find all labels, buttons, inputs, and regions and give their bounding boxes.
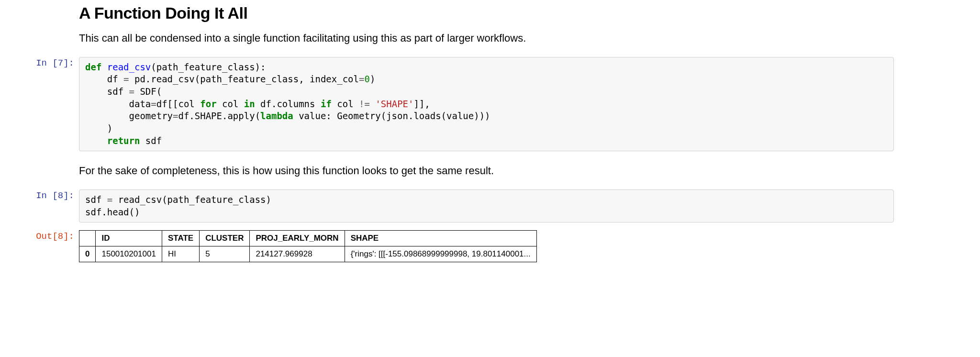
code-text: data xyxy=(85,99,151,109)
table-row: 0 150010201001 HI 5 214127.969928 {'ring… xyxy=(79,246,537,262)
output-cell-8: Out[8]: ID STATE CLUSTER PROJ_EARLY_MORN… xyxy=(0,228,980,262)
number-literal: 0 xyxy=(364,74,369,84)
row-index: 0 xyxy=(79,246,96,262)
table-header: PROJ_EARLY_MORN xyxy=(250,231,345,246)
operator: = xyxy=(173,111,178,121)
code-text: sdf xyxy=(85,86,129,97)
keyword-def: def xyxy=(85,62,101,72)
table-cell: 150010201001 xyxy=(96,246,162,262)
operator: = xyxy=(129,86,134,97)
input-prompt: In [8]: xyxy=(0,188,79,228)
code-cell-8: In [8]: sdf = read_csv(path_feature_clas… xyxy=(0,188,980,228)
code-text: ) xyxy=(370,74,375,84)
paragraph: For the sake of completeness, this is ho… xyxy=(79,164,894,178)
table-cell: {'rings': [[[-155.09868999999998, 19.801… xyxy=(345,246,536,262)
code-text: ) xyxy=(85,123,112,134)
code-text: df xyxy=(85,74,123,84)
code-text: df.SHAPE.apply( xyxy=(178,111,260,121)
table-header: STATE xyxy=(162,231,199,246)
code-text: sdf xyxy=(140,135,162,146)
code-text: sdf.head() xyxy=(85,207,140,217)
paragraph: This can all be condensed into a single … xyxy=(79,31,894,45)
operator: = xyxy=(107,194,112,205)
code-text: sdf xyxy=(85,194,107,205)
table-cell: 214127.969928 xyxy=(250,246,345,262)
section-heading: A Function Doing It All xyxy=(79,4,894,22)
code-text: col xyxy=(332,99,359,109)
code-text: SDF( xyxy=(134,86,162,97)
operator: = xyxy=(123,74,129,84)
keyword-lambda: lambda xyxy=(260,111,293,121)
input-prompt: In [7]: xyxy=(0,55,79,157)
table-header xyxy=(79,231,96,246)
table-header: ID xyxy=(96,231,162,246)
code-text: ]], xyxy=(413,99,430,109)
operator: != xyxy=(359,99,370,109)
code-input-area[interactable]: sdf = read_csv(path_feature_class) sdf.h… xyxy=(79,190,894,223)
code-text: read_csv(path_feature_class) xyxy=(112,194,271,205)
code-text: (path_feature_class): xyxy=(151,62,266,72)
table-header: SHAPE xyxy=(345,231,536,246)
code-text: df.columns xyxy=(255,99,321,109)
code-text: col xyxy=(217,99,244,109)
code-text: df[[col xyxy=(156,99,200,109)
keyword-return: return xyxy=(85,135,140,146)
table-header-row: ID STATE CLUSTER PROJ_EARLY_MORN SHAPE xyxy=(79,231,537,246)
keyword-for: for xyxy=(200,99,216,109)
operator: = xyxy=(359,74,364,84)
table-header: CLUSTER xyxy=(200,231,250,246)
table-cell: HI xyxy=(162,246,199,262)
markdown-cell: For the sake of completeness, this is ho… xyxy=(0,164,980,178)
keyword-in: in xyxy=(244,99,255,109)
output-dataframe-table: ID STATE CLUSTER PROJ_EARLY_MORN SHAPE 0… xyxy=(79,230,537,262)
notebook-container: A Function Doing It All This can all be … xyxy=(0,4,980,262)
table-cell: 5 xyxy=(200,246,250,262)
operator: = xyxy=(151,99,156,109)
code-cell-7: In [7]: def read_csv(path_feature_class)… xyxy=(0,55,980,157)
code-text: geometry xyxy=(85,111,173,121)
output-prompt: Out[8]: xyxy=(0,228,79,262)
code-input-area[interactable]: def read_csv(path_feature_class): df = p… xyxy=(79,57,894,151)
code-text: value: Geometry(json.loads(value))) xyxy=(293,111,490,121)
function-name: read_csv xyxy=(101,62,151,72)
string-literal: 'SHAPE' xyxy=(370,99,414,109)
code-text: pd.read_csv(path_feature_class, index_co… xyxy=(129,74,359,84)
markdown-cell: A Function Doing It All This can all be … xyxy=(0,4,980,45)
keyword-if: if xyxy=(321,99,332,109)
